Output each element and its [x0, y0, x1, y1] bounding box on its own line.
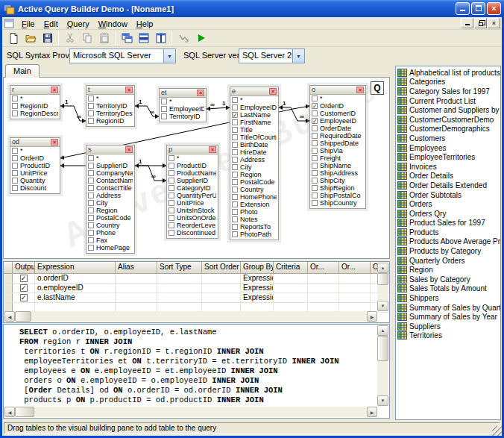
field-row[interactable]: Country [86, 222, 134, 229]
field-row[interactable]: UnitsOnOrde [167, 214, 218, 222]
close-table-icon[interactable]: × [269, 88, 277, 95]
grid-cell[interactable]: o.employeeID [35, 284, 116, 292]
field-row[interactable]: * [230, 96, 278, 104]
field-row[interactable]: Region [230, 171, 278, 178]
field-row[interactable]: SupplierID [167, 177, 218, 184]
scroll-up-icon[interactable]: ▲ [377, 325, 388, 336]
row-selector[interactable] [4, 293, 13, 302]
list-item[interactable]: CustomerCustomerDemo [397, 115, 500, 125]
grid-cell[interactable] [116, 293, 157, 302]
syntax-provider-select[interactable]: Microsoft SQL Server ▼ [69, 49, 176, 63]
cut-button[interactable] [61, 31, 78, 46]
field-row[interactable]: TerritoryDesc [86, 110, 134, 117]
grid-row[interactable]: ✓o.orderIDExpression [4, 274, 389, 284]
scrollbar-thumb[interactable] [377, 273, 388, 285]
field-row[interactable]: ProductName [167, 169, 218, 177]
run-query-button[interactable] [192, 31, 209, 46]
output-checkbox[interactable]: ✓ [20, 284, 28, 292]
list-item[interactable]: Alphabetical list of products [397, 68, 500, 78]
checkbox[interactable] [168, 200, 174, 206]
table-header-s[interactable]: s× [86, 146, 134, 154]
grid-cell[interactable] [274, 284, 308, 292]
tab-main[interactable]: Main [5, 64, 40, 78]
table-header-od[interactable]: od× [10, 138, 60, 147]
field-row[interactable]: * [10, 95, 60, 102]
list-item[interactable]: Category Sales for 1997 [397, 87, 500, 96]
sql-editor[interactable]: SELECT o.orderID, o.employeeID, e.lastNa… [3, 324, 390, 419]
tile-vertical-button[interactable] [152, 31, 169, 46]
field-row[interactable]: UnitsInStock [167, 207, 218, 214]
checkbox[interactable] [88, 170, 94, 176]
checkbox[interactable] [312, 110, 318, 116]
field-row[interactable]: ShipCountry [310, 199, 365, 207]
checkbox[interactable] [88, 237, 94, 243]
field-row[interactable]: TerritoryID [160, 113, 206, 120]
grid-cell[interactable] [308, 293, 339, 302]
query-properties-button[interactable]: Q [371, 81, 384, 95]
grid-cell[interactable] [202, 284, 241, 292]
list-item[interactable]: Region [397, 265, 500, 275]
grid-cell[interactable] [202, 293, 241, 302]
field-row[interactable]: City [230, 163, 278, 171]
list-item[interactable]: Employees [397, 143, 500, 153]
mdi-restore-button[interactable] [474, 18, 487, 28]
field-row[interactable]: SupplierID [86, 162, 134, 169]
checkbox[interactable] [168, 163, 174, 169]
output-cell[interactable]: ✓ [13, 284, 35, 292]
grid-cell[interactable]: Expression [241, 293, 274, 302]
maximize-button[interactable] [471, 2, 485, 15]
build-query-button[interactable] [174, 31, 192, 46]
field-row[interactable]: HireDate [230, 148, 278, 156]
field-row[interactable]: Title [230, 126, 278, 134]
field-row[interactable]: BirthDate [230, 141, 278, 148]
table-p[interactable]: p×*ProductIDProductNameSupplierIDCategor… [166, 145, 218, 239]
list-item[interactable]: Territories [397, 331, 500, 341]
field-row[interactable]: ✓OrderID [310, 102, 365, 110]
field-row[interactable]: ReorderLeve [167, 222, 218, 229]
grid-hscrollbar[interactable]: ◀▶ [4, 311, 377, 322]
list-item[interactable]: Customers [397, 134, 500, 143]
grid-row[interactable]: ✓o.employeeIDExpression [4, 284, 389, 293]
list-item[interactable]: Categories [397, 78, 500, 87]
list-item[interactable]: Quarterly Orders [397, 256, 500, 266]
output-cell[interactable]: ✓ [13, 293, 35, 302]
field-row[interactable]: PhotoPath [230, 231, 278, 238]
chevron-down-icon[interactable]: ▼ [292, 49, 304, 63]
field-row[interactable]: Extension [230, 201, 278, 208]
checkbox[interactable] [232, 187, 238, 193]
scrollbar-thumb[interactable] [377, 336, 388, 361]
output-checkbox[interactable]: ✓ [20, 294, 28, 301]
resize-grip[interactable] [492, 426, 502, 436]
server-version-select[interactable]: SQL Server 2000 ▼ [239, 49, 305, 63]
list-item[interactable]: EmployeeTerritories [397, 152, 500, 162]
menu-edit[interactable]: Edit [40, 19, 63, 29]
field-row[interactable]: ShippedDate [310, 140, 365, 147]
table-header-et[interactable]: et× [160, 89, 206, 98]
list-item[interactable]: Product Sales for 1997 [397, 219, 500, 228]
checkbox[interactable] [88, 118, 94, 124]
table-header-o[interactable]: o× [310, 86, 365, 95]
field-row[interactable]: QuantityPerU [167, 192, 218, 199]
checkbox[interactable] [232, 172, 238, 178]
grid-cell[interactable] [157, 293, 202, 302]
list-item[interactable]: Sales Totals by Amount [397, 284, 500, 294]
grid-cell[interactable] [274, 274, 308, 283]
list-item[interactable]: Order Subtotals [397, 190, 500, 200]
field-row[interactable]: * [10, 147, 60, 154]
list-item[interactable]: Order Details [397, 172, 500, 181]
output-checkbox[interactable]: ✓ [20, 275, 28, 282]
grid-cell[interactable] [116, 274, 157, 283]
field-row[interactable]: City [86, 199, 134, 207]
checkbox[interactable] [312, 185, 318, 191]
row-selector[interactable] [4, 274, 13, 283]
list-item[interactable]: Suppliers [397, 322, 500, 331]
checkbox[interactable] [12, 178, 18, 184]
scroll-left-icon[interactable]: ◀ [4, 407, 15, 417]
checkbox[interactable] [12, 96, 18, 101]
checkbox[interactable] [161, 113, 167, 119]
field-row[interactable]: ShipPostalCo [310, 192, 365, 199]
table-r[interactable]: r×*RegionIDRegionDescr [10, 85, 60, 119]
checkbox[interactable] [168, 230, 174, 236]
checkbox[interactable] [161, 106, 167, 112]
close-table-icon[interactable]: × [51, 139, 58, 146]
